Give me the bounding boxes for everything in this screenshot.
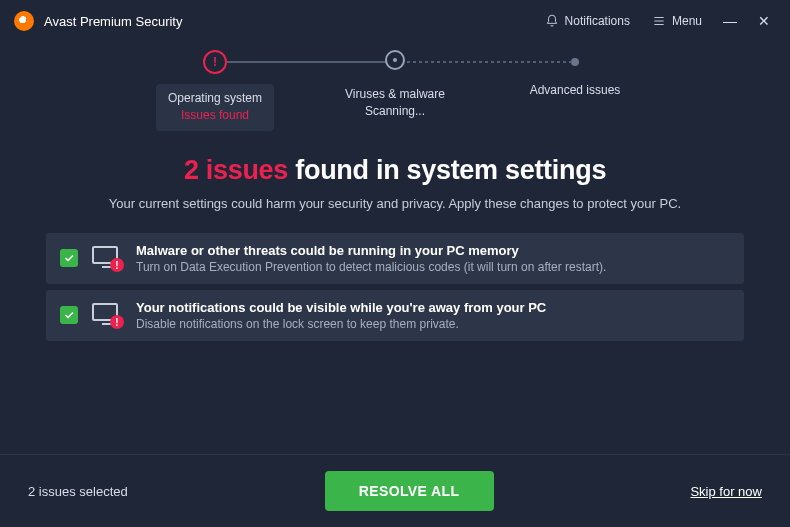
scanning-icon bbox=[385, 50, 405, 70]
step-operating-system: ! Operating system Issues found bbox=[125, 50, 305, 131]
step-status: Issues found bbox=[168, 107, 262, 124]
issue-description: Turn on Data Execution Prevention to det… bbox=[136, 260, 606, 274]
main-content: 2 issues found in system settings Your c… bbox=[0, 155, 790, 341]
issue-checkbox[interactable] bbox=[60, 306, 78, 324]
hamburger-icon bbox=[652, 14, 666, 28]
bell-icon bbox=[545, 14, 559, 28]
selected-count: 2 issues selected bbox=[28, 484, 128, 499]
issue-row[interactable]: ! Malware or other threats could be runn… bbox=[46, 233, 744, 284]
menu-button[interactable]: Menu bbox=[646, 10, 708, 32]
heading-accent: 2 issues bbox=[184, 155, 288, 185]
step-title: Operating system bbox=[168, 90, 262, 107]
app-title: Avast Premium Security bbox=[44, 14, 182, 29]
alert-icon: ! bbox=[203, 50, 227, 74]
issue-row[interactable]: ! Your notifications could be visible wh… bbox=[46, 290, 744, 341]
page-subheading: Your current settings could harm your se… bbox=[46, 196, 744, 211]
footer-bar: 2 issues selected RESOLVE ALL Skip for n… bbox=[0, 454, 790, 527]
close-button[interactable]: ✕ bbox=[752, 13, 776, 29]
heading-rest: found in system settings bbox=[288, 155, 606, 185]
page-heading: 2 issues found in system settings bbox=[46, 155, 744, 186]
monitor-alert-icon: ! bbox=[92, 246, 122, 270]
monitor-alert-icon: ! bbox=[92, 303, 122, 327]
issue-list: ! Malware or other threats could be runn… bbox=[46, 233, 744, 341]
skip-link[interactable]: Skip for now bbox=[690, 484, 762, 499]
issue-title: Malware or other threats could be runnin… bbox=[136, 243, 606, 258]
issue-description: Disable notifications on the lock screen… bbox=[136, 317, 546, 331]
notifications-button[interactable]: Notifications bbox=[539, 10, 636, 32]
notifications-label: Notifications bbox=[565, 14, 630, 28]
progress-steps: ! Operating system Issues found Viruses … bbox=[0, 50, 790, 131]
resolve-all-button[interactable]: RESOLVE ALL bbox=[325, 471, 494, 511]
step-status: Scanning... bbox=[345, 103, 445, 120]
app-header: Avast Premium Security Notifications Men… bbox=[0, 0, 790, 42]
issue-title: Your notifications could be visible whil… bbox=[136, 300, 546, 315]
minimize-button[interactable]: — bbox=[718, 13, 742, 29]
menu-label: Menu bbox=[672, 14, 702, 28]
step-title: Viruses & malware bbox=[345, 86, 445, 103]
check-icon bbox=[63, 252, 75, 264]
check-icon bbox=[63, 309, 75, 321]
issue-checkbox[interactable] bbox=[60, 249, 78, 267]
step-title: Advanced issues bbox=[530, 82, 621, 99]
avast-logo-icon bbox=[14, 11, 34, 31]
step-advanced-issues: Advanced issues bbox=[485, 50, 665, 105]
